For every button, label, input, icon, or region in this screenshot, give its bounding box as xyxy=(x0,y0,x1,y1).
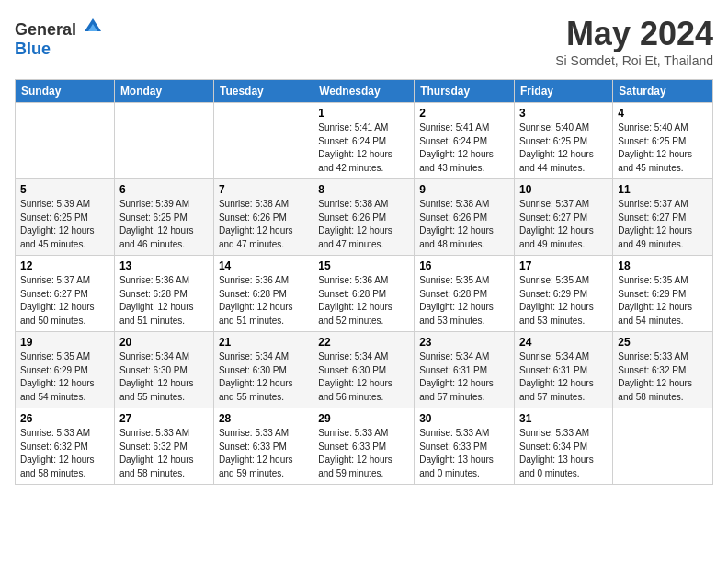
day-number: 1 xyxy=(318,107,409,120)
day-number: 15 xyxy=(318,259,409,272)
calendar-cell: 26Sunrise: 5:33 AM Sunset: 6:32 PM Dayli… xyxy=(16,408,115,485)
day-info: Sunrise: 5:37 AM Sunset: 6:27 PM Dayligh… xyxy=(618,198,708,251)
calendar-cell: 24Sunrise: 5:34 AM Sunset: 6:31 PM Dayli… xyxy=(515,332,613,408)
calendar-cell: 23Sunrise: 5:34 AM Sunset: 6:31 PM Dayli… xyxy=(415,332,515,408)
calendar-table: SundayMondayTuesdayWednesdayThursdayFrid… xyxy=(15,79,713,485)
day-number: 21 xyxy=(219,336,308,349)
day-info: Sunrise: 5:35 AM Sunset: 6:29 PM Dayligh… xyxy=(20,350,109,404)
day-number: 5 xyxy=(20,183,109,196)
calendar-week-row: 1Sunrise: 5:41 AM Sunset: 6:24 PM Daylig… xyxy=(16,103,713,179)
calendar-cell: 21Sunrise: 5:34 AM Sunset: 6:30 PM Dayli… xyxy=(213,332,313,408)
day-info: Sunrise: 5:37 AM Sunset: 6:27 PM Dayligh… xyxy=(20,274,109,327)
calendar-week-row: 12Sunrise: 5:37 AM Sunset: 6:27 PM Dayli… xyxy=(16,256,713,332)
day-info: Sunrise: 5:36 AM Sunset: 6:28 PM Dayligh… xyxy=(318,274,409,327)
calendar-cell: 30Sunrise: 5:33 AM Sunset: 6:33 PM Dayli… xyxy=(415,408,515,485)
logo: General Blue xyxy=(15,15,103,59)
calendar-cell: 31Sunrise: 5:33 AM Sunset: 6:34 PM Dayli… xyxy=(515,408,613,485)
day-info: Sunrise: 5:38 AM Sunset: 6:26 PM Dayligh… xyxy=(318,198,409,251)
day-number: 27 xyxy=(119,412,209,425)
logo-blue: Blue xyxy=(15,40,51,58)
month-title: May 2024 xyxy=(555,15,713,53)
calendar-cell: 7Sunrise: 5:38 AM Sunset: 6:26 PM Daylig… xyxy=(213,179,313,256)
day-info: Sunrise: 5:40 AM Sunset: 6:25 PM Dayligh… xyxy=(618,121,708,175)
page-header: General Blue May 2024 Si Somdet, Roi Et,… xyxy=(15,15,713,68)
day-info: Sunrise: 5:38 AM Sunset: 6:26 PM Dayligh… xyxy=(419,198,509,251)
calendar-cell: 13Sunrise: 5:36 AM Sunset: 6:28 PM Dayli… xyxy=(114,256,213,332)
logo-general: General xyxy=(15,20,76,39)
calendar-cell: 8Sunrise: 5:38 AM Sunset: 6:26 PM Daylig… xyxy=(313,179,415,256)
calendar-cell: 19Sunrise: 5:35 AM Sunset: 6:29 PM Dayli… xyxy=(16,332,115,408)
day-number: 12 xyxy=(20,259,109,272)
calendar-cell: 27Sunrise: 5:33 AM Sunset: 6:32 PM Dayli… xyxy=(114,408,213,485)
calendar-cell: 3Sunrise: 5:40 AM Sunset: 6:25 PM Daylig… xyxy=(515,103,613,179)
day-info: Sunrise: 5:33 AM Sunset: 6:32 PM Dayligh… xyxy=(20,427,109,480)
day-info: Sunrise: 5:34 AM Sunset: 6:30 PM Dayligh… xyxy=(119,350,209,404)
day-number: 29 xyxy=(318,412,409,425)
calendar-cell: 28Sunrise: 5:33 AM Sunset: 6:33 PM Dayli… xyxy=(213,408,313,485)
day-number: 4 xyxy=(618,107,708,120)
day-info: Sunrise: 5:39 AM Sunset: 6:25 PM Dayligh… xyxy=(119,198,209,251)
day-number: 7 xyxy=(219,183,308,196)
logo-text: General Blue xyxy=(15,15,103,59)
day-number: 3 xyxy=(519,107,608,120)
calendar-cell: 1Sunrise: 5:41 AM Sunset: 6:24 PM Daylig… xyxy=(313,103,415,179)
day-info: Sunrise: 5:35 AM Sunset: 6:28 PM Dayligh… xyxy=(419,274,509,327)
day-info: Sunrise: 5:33 AM Sunset: 6:34 PM Dayligh… xyxy=(519,427,608,480)
day-number: 30 xyxy=(419,412,509,425)
weekday-header: Tuesday xyxy=(213,80,313,103)
calendar-week-row: 5Sunrise: 5:39 AM Sunset: 6:25 PM Daylig… xyxy=(16,179,713,256)
location-title: Si Somdet, Roi Et, Thailand xyxy=(555,53,713,68)
calendar-week-row: 19Sunrise: 5:35 AM Sunset: 6:29 PM Dayli… xyxy=(16,332,713,408)
day-number: 18 xyxy=(618,259,708,272)
day-info: Sunrise: 5:41 AM Sunset: 6:24 PM Dayligh… xyxy=(419,121,509,175)
day-info: Sunrise: 5:36 AM Sunset: 6:28 PM Dayligh… xyxy=(119,274,209,327)
day-info: Sunrise: 5:33 AM Sunset: 6:33 PM Dayligh… xyxy=(419,427,509,480)
day-number: 26 xyxy=(20,412,109,425)
calendar-cell: 4Sunrise: 5:40 AM Sunset: 6:25 PM Daylig… xyxy=(613,103,713,179)
weekday-header: Wednesday xyxy=(313,80,415,103)
day-number: 19 xyxy=(20,336,109,349)
day-number: 25 xyxy=(618,336,708,349)
calendar-cell: 25Sunrise: 5:33 AM Sunset: 6:32 PM Dayli… xyxy=(613,332,713,408)
calendar-cell xyxy=(16,103,115,179)
calendar-cell: 11Sunrise: 5:37 AM Sunset: 6:27 PM Dayli… xyxy=(613,179,713,256)
day-info: Sunrise: 5:33 AM Sunset: 6:33 PM Dayligh… xyxy=(318,427,409,480)
calendar-cell: 16Sunrise: 5:35 AM Sunset: 6:28 PM Dayli… xyxy=(415,256,515,332)
day-info: Sunrise: 5:41 AM Sunset: 6:24 PM Dayligh… xyxy=(318,121,409,175)
weekday-header: Friday xyxy=(515,80,613,103)
day-info: Sunrise: 5:33 AM Sunset: 6:33 PM Dayligh… xyxy=(219,427,308,480)
day-number: 23 xyxy=(419,336,509,349)
calendar-cell: 29Sunrise: 5:33 AM Sunset: 6:33 PM Dayli… xyxy=(313,408,415,485)
calendar-cell: 9Sunrise: 5:38 AM Sunset: 6:26 PM Daylig… xyxy=(415,179,515,256)
calendar-cell: 17Sunrise: 5:35 AM Sunset: 6:29 PM Dayli… xyxy=(515,256,613,332)
calendar-week-row: 26Sunrise: 5:33 AM Sunset: 6:32 PM Dayli… xyxy=(16,408,713,485)
day-info: Sunrise: 5:35 AM Sunset: 6:29 PM Dayligh… xyxy=(618,274,708,327)
day-number: 16 xyxy=(419,259,509,272)
day-info: Sunrise: 5:34 AM Sunset: 6:31 PM Dayligh… xyxy=(419,350,509,404)
day-number: 6 xyxy=(119,183,209,196)
day-info: Sunrise: 5:38 AM Sunset: 6:26 PM Dayligh… xyxy=(219,198,308,251)
title-block: May 2024 Si Somdet, Roi Et, Thailand xyxy=(555,15,713,68)
calendar-cell: 20Sunrise: 5:34 AM Sunset: 6:30 PM Dayli… xyxy=(114,332,213,408)
day-info: Sunrise: 5:39 AM Sunset: 6:25 PM Dayligh… xyxy=(20,198,109,251)
day-number: 2 xyxy=(419,107,509,120)
calendar-cell: 2Sunrise: 5:41 AM Sunset: 6:24 PM Daylig… xyxy=(415,103,515,179)
calendar-cell: 10Sunrise: 5:37 AM Sunset: 6:27 PM Dayli… xyxy=(515,179,613,256)
day-number: 10 xyxy=(519,183,608,196)
weekday-header-row: SundayMondayTuesdayWednesdayThursdayFrid… xyxy=(16,80,713,103)
day-number: 13 xyxy=(119,259,209,272)
calendar-cell: 12Sunrise: 5:37 AM Sunset: 6:27 PM Dayli… xyxy=(16,256,115,332)
calendar-cell xyxy=(114,103,213,179)
day-number: 11 xyxy=(618,183,708,196)
logo-icon xyxy=(83,15,103,35)
day-number: 17 xyxy=(519,259,608,272)
day-info: Sunrise: 5:37 AM Sunset: 6:27 PM Dayligh… xyxy=(519,198,608,251)
day-info: Sunrise: 5:34 AM Sunset: 6:30 PM Dayligh… xyxy=(318,350,409,404)
day-info: Sunrise: 5:33 AM Sunset: 6:32 PM Dayligh… xyxy=(618,350,708,404)
weekday-header: Thursday xyxy=(415,80,515,103)
day-info: Sunrise: 5:34 AM Sunset: 6:31 PM Dayligh… xyxy=(519,350,608,404)
day-info: Sunrise: 5:33 AM Sunset: 6:32 PM Dayligh… xyxy=(119,427,209,480)
weekday-header: Saturday xyxy=(613,80,713,103)
day-number: 8 xyxy=(318,183,409,196)
day-number: 14 xyxy=(219,259,308,272)
